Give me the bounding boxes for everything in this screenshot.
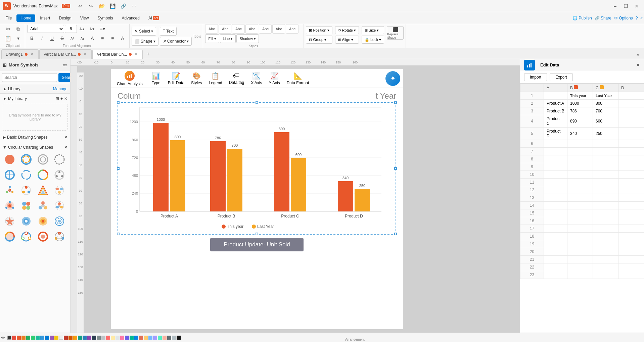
cell-12-a[interactable] xyxy=(544,186,567,194)
share-btn[interactable]: 🔗 Share xyxy=(595,16,611,20)
cell-18-c[interactable] xyxy=(593,233,618,240)
redo-btn[interactable]: ↪ xyxy=(86,2,96,10)
style-swatch-2[interactable]: Abc xyxy=(219,24,231,34)
import-btn[interactable]: Import xyxy=(524,73,547,81)
restore-btn[interactable]: ❐ xyxy=(621,1,631,11)
cell-1-d[interactable] xyxy=(618,92,644,100)
font-family-select[interactable]: Arial xyxy=(27,25,64,33)
bullets-btn[interactable]: ≡ xyxy=(98,34,107,43)
cell-12-d[interactable] xyxy=(618,186,644,194)
legend-btn[interactable]: 📋 Legend xyxy=(205,70,226,87)
shape-item-18[interactable] xyxy=(19,214,33,228)
rotate-btn[interactable]: ↻ Rotate ▾ xyxy=(335,26,359,34)
shadow-btn[interactable]: Shadow ▾ xyxy=(236,34,259,43)
cell-5-b[interactable]: 340 xyxy=(567,128,593,140)
my-library-close-btn[interactable]: ✕ xyxy=(64,96,67,101)
cell-18-b[interactable] xyxy=(567,233,593,240)
shape-item-10[interactable] xyxy=(19,183,33,197)
shape-item-5[interactable] xyxy=(3,168,17,182)
cell-1-c[interactable]: Last Year xyxy=(593,92,618,100)
handle-bottom-center[interactable] xyxy=(256,233,258,235)
underline-btn[interactable]: U xyxy=(47,34,57,43)
menu-design[interactable]: Design xyxy=(55,14,75,22)
cell-11-b[interactable] xyxy=(567,179,593,186)
cell-16-b[interactable] xyxy=(567,217,593,225)
cell-19-d[interactable] xyxy=(618,240,644,248)
shape-item-9[interactable] xyxy=(3,183,17,197)
edit-data-btn[interactable]: 📝 Edit Data xyxy=(165,70,188,87)
basic-shapes-header[interactable]: ▶ Basic Drawing Shapes ✕ xyxy=(0,134,70,141)
handle-bottom-left[interactable] xyxy=(117,233,120,235)
align-btn[interactable]: ≡ xyxy=(108,34,117,43)
color-swatch-black[interactable] xyxy=(7,336,11,340)
cell-21-a[interactable] xyxy=(544,256,567,263)
cell-5-a[interactable]: Product D xyxy=(544,128,567,140)
publish-btn[interactable]: 🌐 Publish xyxy=(572,16,592,20)
cell-4-b[interactable]: 890 xyxy=(567,115,593,128)
shape-item-14[interactable] xyxy=(19,199,33,213)
cell-16-d[interactable] xyxy=(618,217,644,225)
handle-middle-left[interactable] xyxy=(117,167,120,170)
cell-8-d[interactable] xyxy=(618,155,644,163)
chart-analysis-btn[interactable]: Chart Analysis xyxy=(113,69,146,88)
cell-3-d[interactable] xyxy=(618,107,644,115)
cell-7-a[interactable] xyxy=(544,148,567,155)
shape-item-2[interactable] xyxy=(19,152,33,166)
shape-item-13[interactable] xyxy=(3,199,17,213)
ai-canvas-btn[interactable]: ✦ xyxy=(385,71,400,86)
size-btn[interactable]: ⊞ Size ▾ xyxy=(362,26,384,34)
options-btn[interactable]: ⚙ Options xyxy=(614,16,633,20)
circular-shapes-close-btn[interactable]: ✕ xyxy=(64,145,67,150)
cell-22-b[interactable] xyxy=(567,263,593,271)
replace-shape-btn[interactable]: ⬛ Replace Shape xyxy=(387,26,404,40)
cell-17-d[interactable] xyxy=(618,225,644,233)
cell-13-b[interactable] xyxy=(567,194,593,202)
cell-23-d[interactable] xyxy=(618,271,644,279)
shape-item-11[interactable] xyxy=(36,183,50,197)
cell-20-b[interactable] xyxy=(567,248,593,256)
col-header-a[interactable]: A xyxy=(544,84,567,92)
cell-17-c[interactable] xyxy=(593,225,618,233)
shape-item-15[interactable] xyxy=(36,199,50,213)
cell-11-c[interactable] xyxy=(593,179,618,186)
fill-btn[interactable]: Fill ▾ xyxy=(205,34,219,43)
menu-advanced[interactable]: Advanced xyxy=(118,14,144,22)
cell-9-a[interactable] xyxy=(544,163,567,171)
cell-6-b[interactable] xyxy=(567,140,593,148)
shape-item-22[interactable] xyxy=(19,230,33,244)
group-btn[interactable]: ⊟ Group ▾ xyxy=(306,36,332,44)
handle-top-right[interactable] xyxy=(394,101,397,104)
cell-19-c[interactable] xyxy=(593,240,618,248)
library-header[interactable]: ▲ Library Manage xyxy=(0,84,70,94)
chart-type-btn[interactable]: 📊 Type xyxy=(148,70,165,87)
italic-btn[interactable]: I xyxy=(37,34,47,43)
paste-dropdown-btn[interactable]: ▾ xyxy=(13,34,23,43)
shape-item-1[interactable] xyxy=(3,152,17,166)
cell-23-c[interactable] xyxy=(593,271,618,279)
more-tabs-btn[interactable]: » xyxy=(633,50,643,59)
bold-btn[interactable]: B xyxy=(27,34,37,43)
cell-21-c[interactable] xyxy=(593,256,618,263)
cell-15-a[interactable] xyxy=(544,209,567,217)
my-library-header[interactable]: ▼ My Library ⊞ + ✕ xyxy=(3,95,67,102)
cell-20-d[interactable] xyxy=(618,248,644,256)
shape-item-7[interactable] xyxy=(36,168,50,182)
cell-16-a[interactable] xyxy=(544,217,567,225)
tab-drawing1-close[interactable]: ✕ xyxy=(30,52,34,57)
paste-btn[interactable]: 📋 xyxy=(3,34,13,43)
cell-1-b[interactable]: This year xyxy=(567,92,593,100)
close-btn[interactable]: ✕ xyxy=(632,1,641,11)
style-swatch-4[interactable]: Abc xyxy=(245,24,258,34)
menu-view[interactable]: View xyxy=(76,14,93,22)
cell-4-a[interactable]: Product C xyxy=(544,115,567,128)
strikethrough-btn[interactable]: S xyxy=(57,34,67,43)
cell-8-b[interactable] xyxy=(567,155,593,163)
cell-17-b[interactable] xyxy=(567,225,593,233)
cell-12-b[interactable] xyxy=(567,186,593,194)
text-btn[interactable]: T Text xyxy=(160,27,177,36)
share-save-btn[interactable]: 🔗 xyxy=(119,2,128,10)
export-btn[interactable]: Export xyxy=(550,73,573,81)
tab-vertical-bar-1-close[interactable]: ✕ xyxy=(83,52,87,57)
cell-3-a[interactable]: Product B xyxy=(544,107,567,115)
lock-btn[interactable]: 🔒 Lock ▾ xyxy=(362,36,384,44)
